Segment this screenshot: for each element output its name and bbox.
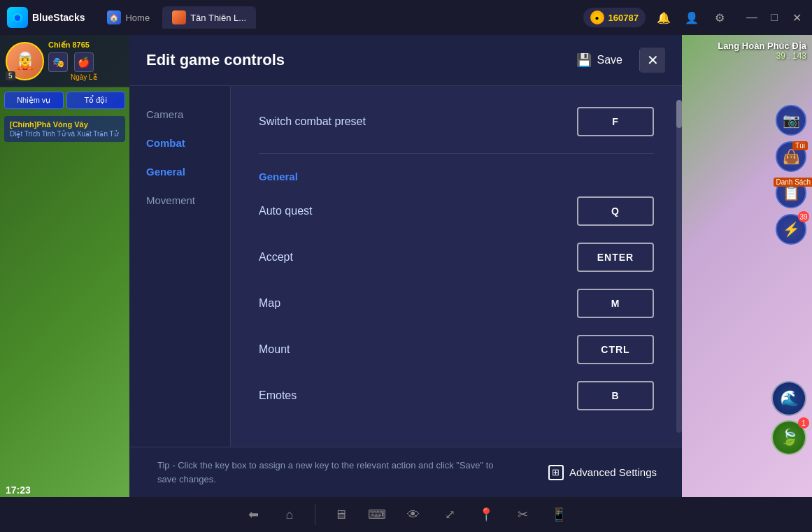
- edit-controls-dialog: Edit game controls 💾 Save ✕ Camera Comba…: [129, 35, 682, 497]
- save-icon: 💾: [576, 52, 592, 68]
- top-bar-right: ● 160787 🔔 👤 ⚙ — □ ✕: [583, 8, 805, 27]
- tab-game[interactable]: Tân Thiên L...: [162, 6, 256, 29]
- profile-icon[interactable]: 👤: [682, 8, 701, 27]
- nav-item-general[interactable]: General: [129, 157, 230, 186]
- quest-banner: [Chính]Phá Vòng Vây Diệt Trích Tinh Tử v…: [4, 116, 125, 142]
- nav-item-camera[interactable]: Camera: [129, 100, 230, 129]
- home-tab-label: Home: [125, 13, 150, 23]
- right-action-icons: 📷 👜 Túi 📋 Danh Sách ⚡ 39: [776, 105, 806, 245]
- dialog-content: Switch combat preset F General Auto ques…: [231, 86, 682, 447]
- player-info: Chiến 8765 🎭 🍎 Ngày Lễ: [48, 41, 124, 81]
- section-divider: [259, 153, 654, 154]
- level-badge: 5: [6, 71, 15, 80]
- player-items: 🎭 🍎 Ngày Lễ: [48, 52, 124, 81]
- preset-key-button[interactable]: F: [577, 107, 654, 136]
- auto-quest-key-button[interactable]: Q: [577, 196, 654, 226]
- control-row-auto-quest: Auto quest Q: [259, 196, 654, 226]
- home-tab-icon: 🏠: [107, 10, 121, 24]
- skill-badge: 1: [798, 417, 809, 429]
- scissor-icon[interactable]: ✂: [511, 503, 534, 526]
- right-skill-icons: 🌊 🍃 1: [771, 381, 806, 455]
- save-button[interactable]: 💾 Save: [565, 48, 634, 72]
- coin-icon: ●: [590, 10, 604, 24]
- logo-text: BlueStacks: [32, 12, 85, 23]
- logo-icon: [7, 7, 28, 28]
- minimize-button[interactable]: —: [743, 9, 760, 26]
- game-right-ui: Lang Hoàn Phúc Địa 39 . 143 📷 👜 Túi 📋 Da…: [683, 35, 812, 497]
- accept-label: Accept: [259, 251, 293, 264]
- item-mask-icon: 🎭: [48, 52, 68, 72]
- save-label: Save: [597, 54, 622, 66]
- close-icon: ✕: [647, 52, 659, 69]
- control-row-map: Map M: [259, 289, 654, 318]
- eye-icon[interactable]: 👁: [402, 503, 425, 526]
- control-row-preset: Switch combat preset F: [259, 107, 654, 136]
- time-display: 17:23: [6, 484, 31, 496]
- bag-label: Túi: [792, 141, 808, 150]
- action-buttons: Nhiệm vụ Tổ đội: [0, 87, 129, 113]
- emotes-key-button[interactable]: B: [577, 381, 654, 410]
- location-icon[interactable]: 📍: [475, 503, 497, 526]
- player-card: 🧝 5 Chiến 8765 🎭 🍎 Ngày Lễ: [0, 35, 129, 87]
- back-icon[interactable]: ⬅: [242, 503, 264, 526]
- auto-quest-label: Auto quest: [259, 205, 313, 217]
- mount-key-button[interactable]: CTRL: [577, 335, 654, 364]
- general-section-title: General: [259, 171, 654, 182]
- keyboard-icon[interactable]: ⌨: [366, 503, 388, 526]
- control-row-accept: Accept ENTER: [259, 243, 654, 272]
- dialog-close-button[interactable]: ✕: [640, 48, 665, 73]
- settings-icon[interactable]: ⚙: [710, 8, 729, 27]
- advanced-settings-icon: ⊞: [548, 465, 564, 480]
- skill-icon-1[interactable]: 🌊: [771, 381, 806, 416]
- screen-icon[interactable]: 🖥: [329, 503, 352, 526]
- battle-score: Chiến 8765: [48, 41, 124, 50]
- advanced-settings-label: Advanced Settings: [569, 466, 657, 478]
- team-button[interactable]: Tổ đội: [66, 92, 126, 109]
- map-key-button[interactable]: M: [577, 289, 654, 318]
- maximize-button[interactable]: □: [766, 9, 783, 26]
- home-icon[interactable]: ⌂: [278, 503, 301, 526]
- top-bar: BlueStacks 🏠 Home Tân Thiên L... ● 16078…: [0, 0, 812, 35]
- game-left-ui: 🧝 5 Chiến 8765 🎭 🍎 Ngày Lễ Nhiệm vụ Tổ đ…: [0, 35, 129, 497]
- mission-button[interactable]: Nhiệm vụ: [4, 92, 64, 109]
- location-name: Lang Hoàn Phúc Địa: [688, 41, 806, 51]
- event-label: Ngày Lễ: [71, 73, 97, 81]
- dialog-body: Camera Combat General Movement Switch co…: [129, 86, 682, 447]
- game-tab-label: Tân Thiên L...: [190, 13, 246, 23]
- dialog-title: Edit game controls: [146, 51, 565, 69]
- phone-icon[interactable]: 📱: [548, 503, 570, 526]
- quest-title: [Chính]Phá Vòng Vây: [10, 120, 120, 129]
- emotes-label: Emotes: [259, 389, 297, 402]
- notification-bell-icon[interactable]: 🔔: [654, 8, 674, 27]
- quest-desc: Diệt Trích Tinh Tử và Xuất Trần Tử: [10, 130, 120, 138]
- bluestacks-logo: BlueStacks: [7, 7, 85, 28]
- control-row-mount: Mount CTRL: [259, 335, 654, 364]
- screenshot-icon[interactable]: 📷: [776, 105, 806, 136]
- dialog-header: Edit game controls 💾 Save ✕: [129, 35, 682, 86]
- advanced-settings-button[interactable]: ⊞ Advanced Settings: [540, 461, 665, 484]
- footer-tip: Tip - Click the key box to assign a new …: [157, 459, 507, 486]
- close-button[interactable]: ✕: [788, 9, 805, 26]
- coin-display: ● 160787: [583, 8, 646, 27]
- bottom-bar: ⬅ ⌂ 🖥 ⌨ 👁 ⤢ 📍 ✂ 📱: [0, 497, 812, 532]
- nav-item-combat[interactable]: Combat: [129, 129, 230, 157]
- scrollbar-thumb[interactable]: [676, 100, 682, 128]
- game-tab-icon: [172, 10, 186, 24]
- nav-item-movement[interactable]: Movement: [129, 186, 230, 215]
- coin-amount: 160787: [608, 13, 639, 23]
- fullscreen-icon[interactable]: ⤢: [439, 503, 461, 526]
- list-label: Danh Sách: [774, 178, 812, 187]
- mount-label: Mount: [259, 343, 290, 356]
- dialog-nav: Camera Combat General Movement: [129, 86, 231, 447]
- location-coords: 39 . 143: [688, 51, 806, 61]
- window-controls: — □ ✕: [743, 9, 805, 26]
- map-label: Map: [259, 297, 280, 310]
- dialog-footer: Tip - Click the key box to assign a new …: [129, 447, 682, 497]
- control-row-emotes: Emotes B: [259, 381, 654, 410]
- scrollbar[interactable]: [676, 100, 682, 433]
- tab-home[interactable]: 🏠 Home: [97, 6, 159, 29]
- location-info: Lang Hoàn Phúc Địa 39 . 143: [688, 41, 806, 61]
- accept-key-button[interactable]: ENTER: [577, 243, 654, 272]
- tab-bar: 🏠 Home Tân Thiên L...: [97, 6, 256, 29]
- item-apples-icon: 🍎: [74, 52, 94, 72]
